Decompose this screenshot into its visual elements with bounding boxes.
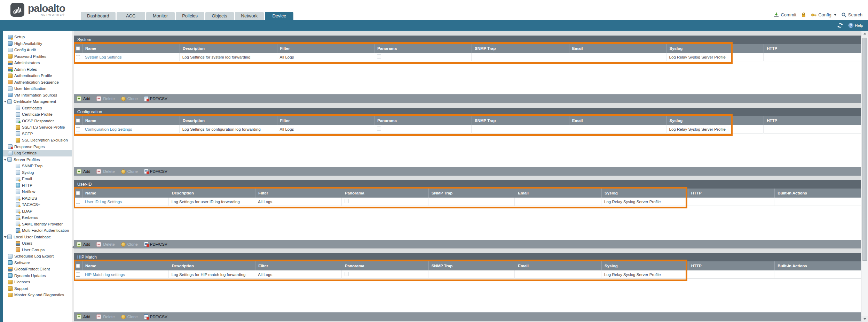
sidebar-item[interactable]: User Groups	[3, 247, 72, 253]
sidebar-item[interactable]: TACACS+	[3, 201, 72, 208]
select-all-checkbox[interactable]	[74, 261, 82, 270]
column-header[interactable]: Name	[82, 189, 169, 198]
scroll-up-button[interactable]	[861, 31, 868, 37]
column-header[interactable]: HTTP	[688, 261, 775, 270]
table-row[interactable]: User ID Log Settings Log Settings for us…	[74, 198, 861, 206]
column-header[interactable]: Panorama	[342, 189, 428, 198]
column-header[interactable]: Email	[515, 261, 601, 270]
sidebar-item[interactable]: Scheduled Log Export	[3, 253, 72, 260]
scrollbar-thumb[interactable]	[862, 38, 867, 261]
column-header[interactable]: Name	[82, 116, 180, 125]
delete-button[interactable]: Delete	[96, 169, 115, 174]
sidebar-item[interactable]: Authentication Sequence	[3, 79, 72, 86]
column-header[interactable]: Built-in Actions	[774, 189, 861, 198]
sidebar-item[interactable]: Kerberos	[3, 214, 72, 221]
sidebar-item[interactable]: LDAP	[3, 208, 72, 215]
column-header[interactable]: Panorama	[342, 261, 428, 270]
delete-button[interactable]: Delete	[96, 96, 115, 101]
row-name-link[interactable]: User ID Log Settings	[85, 200, 122, 204]
column-header[interactable]: Filter	[277, 116, 374, 125]
column-header[interactable]: Built-in Actions	[774, 261, 861, 270]
sidebar-item[interactable]: SNMP Trap	[3, 163, 72, 169]
column-header[interactable]: Email	[569, 116, 666, 125]
sidebar-item[interactable]: Password Profiles	[3, 53, 72, 60]
tab[interactable]: Device	[265, 12, 293, 20]
sidebar-item[interactable]: Support	[3, 285, 72, 292]
column-header[interactable]: Filter	[277, 44, 374, 53]
row-checkbox[interactable]	[76, 200, 80, 204]
sidebar-item[interactable]: Multi Factor Authentication	[3, 227, 72, 234]
lock-button[interactable]	[801, 12, 806, 17]
sidebar-item[interactable]: Dynamic Updates	[3, 273, 72, 279]
table-row[interactable]: HIP Match log settings Log Settings for …	[74, 270, 861, 279]
sidebar-item[interactable]: Administrators	[3, 60, 72, 66]
sidebar-item[interactable]: SCEP	[3, 131, 72, 137]
tab[interactable]: Objects	[205, 12, 234, 20]
column-header[interactable]: Panorama	[374, 44, 472, 53]
column-header[interactable]: Description	[180, 116, 277, 125]
table-row[interactable]: System Log Settings Log Settings for sys…	[74, 53, 861, 61]
expander-icon[interactable]	[4, 236, 7, 238]
column-header[interactable]: Syslog	[666, 116, 764, 125]
sidebar-item[interactable]: Setup	[3, 34, 72, 40]
delete-button[interactable]: Delete	[96, 242, 115, 247]
select-all-checkbox[interactable]	[74, 116, 82, 125]
clone-button[interactable]: Clone	[121, 169, 138, 174]
column-header[interactable]: Name	[82, 261, 169, 270]
tab[interactable]: Network	[235, 12, 264, 20]
panorama-checkbox[interactable]	[377, 54, 381, 59]
config-menu[interactable]: Config	[811, 12, 837, 17]
sidebar-item[interactable]: User Identification	[3, 85, 72, 92]
search-button[interactable]: Search	[842, 12, 862, 17]
tab[interactable]: Policies	[176, 12, 204, 20]
sidebar-item[interactable]: Email	[3, 176, 72, 182]
sidebar-item[interactable]: GlobalProtect Client	[3, 266, 72, 273]
sidebar-item[interactable]: HTTP	[3, 182, 72, 189]
sidebar-item[interactable]: Server Profiles	[3, 156, 72, 163]
column-header[interactable]: Filter	[255, 261, 342, 270]
delete-button[interactable]: Delete	[96, 314, 115, 319]
sidebar-item[interactable]: High Availability	[3, 40, 72, 47]
column-header[interactable]: Syslog	[666, 44, 764, 53]
clone-button[interactable]: Clone	[121, 315, 138, 319]
row-name-link[interactable]: Configuration Log Settings	[85, 127, 132, 131]
expander-icon[interactable]	[4, 101, 7, 102]
column-header[interactable]: SNMP Trap	[472, 116, 569, 125]
sidebar-item[interactable]: Software	[3, 260, 72, 266]
sidebar-item[interactable]: Syslog	[3, 169, 72, 176]
sidebar-item[interactable]: Master Key and Diagnostics	[3, 292, 72, 298]
column-header[interactable]: Description	[169, 189, 255, 198]
sidebar-item[interactable]: Response Pages	[3, 144, 72, 150]
column-header[interactable]: SNMP Trap	[428, 261, 515, 270]
pdf-csv-button[interactable]: PDF/CSV	[144, 96, 167, 101]
panorama-checkbox[interactable]	[345, 199, 349, 203]
sidebar-item[interactable]: Licenses	[3, 279, 72, 285]
select-all-checkbox[interactable]	[74, 44, 82, 53]
column-header[interactable]: Syslog	[601, 189, 688, 198]
row-checkbox[interactable]	[76, 127, 80, 131]
sidebar-item[interactable]: Admin Roles	[3, 66, 72, 73]
clone-button[interactable]: Clone	[121, 97, 138, 101]
column-header[interactable]: Name	[82, 44, 180, 53]
panorama-checkbox[interactable]	[345, 272, 349, 276]
expander-icon[interactable]	[4, 159, 7, 161]
column-header[interactable]: Description	[180, 44, 277, 53]
add-button[interactable]: Add	[77, 96, 90, 101]
help-button[interactable]: ? Help	[849, 23, 863, 28]
sidebar-item[interactable]: Local User Database	[3, 234, 72, 240]
tab[interactable]: Monitor	[146, 12, 175, 20]
column-header[interactable]: HTTP	[764, 116, 861, 125]
tab[interactable]: Dashboard	[81, 12, 116, 20]
row-checkbox[interactable]	[76, 273, 80, 277]
sidebar-item[interactable]: Certificate Profile	[3, 111, 72, 118]
sidebar-item[interactable]: OCSP Responder	[3, 118, 72, 124]
sidebar-item[interactable]: Netflow	[3, 189, 72, 195]
column-header[interactable]: Description	[169, 261, 255, 270]
table-row[interactable]: Configuration Log Settings Log Settings …	[74, 125, 861, 133]
refresh-icon[interactable]	[837, 23, 843, 28]
sidebar-item[interactable]: SAML Identity Provider	[3, 221, 72, 228]
sidebar-item[interactable]: Log Settings	[3, 150, 72, 156]
column-header[interactable]: Email	[569, 44, 666, 53]
pdf-csv-button[interactable]: PDF/CSV	[144, 169, 167, 174]
column-header[interactable]: Panorama	[374, 116, 472, 125]
